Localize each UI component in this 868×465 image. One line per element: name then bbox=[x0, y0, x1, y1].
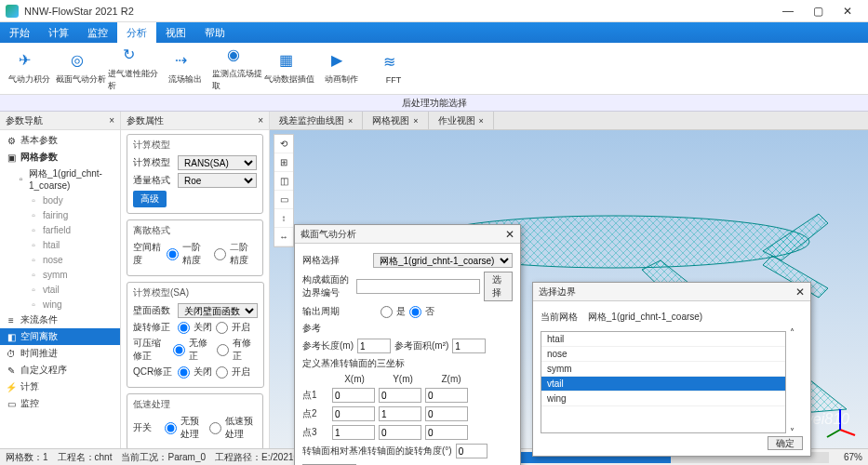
coord-input[interactable] bbox=[332, 388, 375, 403]
coord-input[interactable] bbox=[379, 425, 421, 440]
ribbon-button[interactable]: ⇢流场输出 bbox=[160, 46, 210, 92]
comp-none-radio[interactable] bbox=[173, 344, 185, 356]
close-button[interactable]: ✕ bbox=[833, 5, 862, 18]
maximize-button[interactable]: ▢ bbox=[803, 5, 833, 18]
tree-node[interactable]: ▫vtail bbox=[0, 282, 120, 297]
menu-item[interactable]: 计算 bbox=[39, 22, 78, 43]
tree-node[interactable]: ▫网格_1(grid_chnt-1_coarse) bbox=[0, 166, 120, 193]
coord-input[interactable] bbox=[425, 425, 468, 440]
tree-icon: ▫ bbox=[17, 174, 25, 185]
scroll-up-icon[interactable]: ˄ bbox=[790, 327, 803, 338]
first-order-radio[interactable] bbox=[167, 248, 179, 260]
viewport-tab[interactable]: 网格视图× bbox=[363, 112, 428, 129]
status-grids: 网格数：1 bbox=[6, 451, 48, 464]
tree-node[interactable]: ⏱时间推进 bbox=[0, 345, 120, 362]
tree-node[interactable]: ⚙基本参数 bbox=[0, 132, 120, 149]
tree-node[interactable]: ▭监控 bbox=[0, 395, 120, 412]
second-order-radio[interactable] bbox=[214, 248, 226, 260]
tree-node[interactable]: ◧空间离散 bbox=[0, 328, 120, 345]
nopre-radio[interactable] bbox=[165, 422, 177, 434]
tree-icon: ✎ bbox=[6, 365, 17, 376]
tab-close-icon[interactable]: × bbox=[479, 116, 484, 126]
flux-select[interactable]: Roe bbox=[178, 173, 257, 188]
tree-node[interactable]: ✎自定义程序 bbox=[0, 362, 120, 379]
ref-length-input[interactable] bbox=[357, 339, 391, 353]
dialog-close-icon[interactable]: ✕ bbox=[795, 286, 805, 299]
dialog-title: 选择边界 bbox=[539, 286, 576, 299]
lowpre-radio[interactable] bbox=[209, 422, 221, 434]
list-item[interactable]: symm bbox=[541, 362, 785, 377]
list-item[interactable]: htail bbox=[541, 332, 785, 347]
tree-node[interactable]: ▫fairing bbox=[0, 207, 120, 222]
period-yes-radio[interactable] bbox=[381, 306, 393, 318]
dialog-title: 截面气动分析 bbox=[300, 228, 356, 241]
ribbon-button[interactable]: ✈气动力积分 bbox=[4, 46, 54, 92]
menu-item[interactable]: 分析 bbox=[117, 22, 156, 43]
minimize-button[interactable]: — bbox=[773, 5, 803, 18]
coord-input[interactable] bbox=[425, 406, 468, 421]
list-item[interactable]: vtail bbox=[541, 377, 785, 392]
coord-input[interactable] bbox=[425, 388, 468, 403]
menu-item[interactable]: 视图 bbox=[156, 22, 195, 43]
tree-node[interactable]: ▫farfield bbox=[0, 222, 120, 237]
ribbon-button[interactable]: ↻进气道性能分析 bbox=[108, 46, 158, 92]
boundary-input[interactable] bbox=[356, 279, 480, 294]
list-item[interactable]: wing bbox=[541, 392, 785, 406]
tree-node[interactable]: ▫wing bbox=[0, 297, 120, 312]
progress-percent: 67% bbox=[844, 452, 862, 462]
tree-icon: ▫ bbox=[28, 269, 39, 280]
ok-button[interactable]: 确定 bbox=[768, 436, 803, 450]
comp-has-radio[interactable] bbox=[217, 344, 229, 356]
ribbon-button[interactable]: ≋FFT bbox=[368, 46, 419, 92]
tree-node[interactable]: ▫htail bbox=[0, 237, 120, 252]
viewport-tab[interactable]: 作业视图× bbox=[429, 112, 494, 129]
list-item[interactable]: nose bbox=[541, 347, 785, 362]
coord-input[interactable] bbox=[379, 388, 421, 403]
tree-icon: ▫ bbox=[28, 239, 39, 250]
tree-node[interactable]: ▫body bbox=[0, 193, 120, 207]
app-logo-icon bbox=[6, 5, 19, 18]
coord-input[interactable] bbox=[332, 425, 375, 440]
tree-node[interactable]: ▫nose bbox=[0, 252, 120, 267]
qcr-off-radio[interactable] bbox=[178, 366, 190, 379]
dialog-close-icon[interactable]: ✕ bbox=[505, 228, 514, 241]
tree-node[interactable]: ≡来流条件 bbox=[0, 312, 120, 328]
ribbon-button[interactable]: ◎截面气动分析 bbox=[56, 46, 106, 92]
ribbon-button[interactable]: ◉监测点流场提取 bbox=[212, 46, 262, 92]
ribbon-button[interactable]: ▶动画制作 bbox=[316, 46, 367, 92]
parameter-tree[interactable]: ⚙基本参数▣网格参数▫网格_1(grid_chnt-1_coarse)▫body… bbox=[0, 130, 120, 448]
menu-item[interactable]: 监控 bbox=[78, 22, 117, 43]
viewport-tab[interactable]: 残差监控曲线图× bbox=[270, 112, 363, 129]
tab-close-icon[interactable]: × bbox=[348, 116, 353, 126]
rot-off-radio[interactable] bbox=[178, 322, 190, 334]
tree-node[interactable]: ▫symm bbox=[0, 267, 120, 282]
wall-func-select[interactable]: 关闭壁面函数 bbox=[178, 303, 258, 318]
boundary-listbox[interactable]: htailnosesymmvtailwing bbox=[541, 331, 786, 433]
menu-item[interactable]: 帮助 bbox=[195, 22, 234, 43]
tree-node[interactable]: ▣网格参数 bbox=[0, 149, 120, 166]
prop-title: 参数属性 bbox=[127, 114, 164, 127]
advanced-button[interactable]: 高级 bbox=[133, 191, 167, 207]
nav-close-icon[interactable]: × bbox=[109, 115, 114, 126]
svg-line-6 bbox=[827, 430, 840, 437]
ref-area-input[interactable] bbox=[452, 339, 486, 353]
period-no-radio[interactable] bbox=[409, 306, 421, 318]
qcr-on-radio[interactable] bbox=[216, 366, 228, 379]
coord-input[interactable] bbox=[332, 406, 375, 421]
menu-item[interactable]: 开始 bbox=[0, 22, 39, 43]
coord-input[interactable] bbox=[379, 406, 421, 421]
ribbon-button[interactable]: ▦气动数据插值 bbox=[264, 46, 314, 92]
grid-select[interactable]: 网格_1(grid_chnt-1_coarse) bbox=[373, 253, 513, 268]
status-project: 工程名：chnt bbox=[58, 451, 113, 464]
tab-close-icon[interactable]: × bbox=[413, 116, 418, 126]
rot-on-radio[interactable] bbox=[216, 322, 228, 334]
tree-icon: ◧ bbox=[6, 331, 17, 342]
tree-icon: ⏱ bbox=[6, 348, 17, 359]
prop-close-icon[interactable]: × bbox=[258, 115, 263, 126]
ribbon-toolbar: ✈气动力积分◎截面气动分析↻进气道性能分析⇢流场输出◉监测点流场提取▦气动数据插… bbox=[0, 43, 868, 95]
tree-node[interactable]: ⚡计算 bbox=[0, 379, 120, 395]
model-select[interactable]: RANS(SA) bbox=[178, 155, 257, 170]
angle-input[interactable] bbox=[456, 444, 487, 458]
nav-header: 参数导航 × bbox=[0, 112, 120, 130]
choose-boundary-button[interactable]: 选择 bbox=[484, 272, 513, 301]
